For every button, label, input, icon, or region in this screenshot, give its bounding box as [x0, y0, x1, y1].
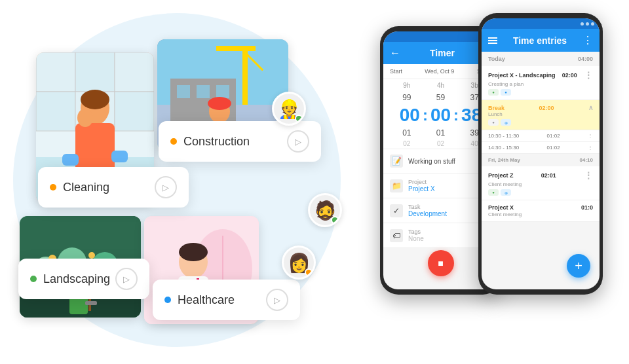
- time-range-2: 14:30 - 15:30 01:02 ⋮: [482, 142, 600, 154]
- entries-title: Time entries: [513, 35, 567, 46]
- today-total: 04:00: [578, 56, 593, 62]
- project-field-label: Project: [408, 179, 435, 185]
- today-section-label: Today 04:00: [482, 52, 600, 66]
- right-section: ← Timer ⋮ Start Wed, Oct 9 14:00 9h 4h 3…: [367, 0, 629, 364]
- timer-date: Wed, Oct 9: [425, 68, 454, 75]
- entry1-tag-blue: ●: [501, 89, 511, 96]
- entry-3[interactable]: Project X 01:0 Client meeting: [482, 200, 600, 222]
- task-field-value: Development: [408, 210, 447, 217]
- col-s: 3b: [471, 82, 478, 89]
- task-icon: ✓: [390, 204, 403, 217]
- entry-2[interactable]: Project Z 02:01 ⋮ Client meeting ● ⊕: [482, 166, 600, 200]
- construction-play-button[interactable]: ▷: [287, 130, 309, 153]
- entry3-time: 01:0: [581, 204, 593, 211]
- range1-label: 10:30 - 11:30: [488, 133, 519, 139]
- cleaning-dot: [50, 184, 56, 191]
- svg-rect-22: [216, 85, 229, 98]
- status-bar-2: [482, 18, 600, 29]
- entry2-dots[interactable]: ⋮: [584, 170, 593, 181]
- svg-rect-42: [85, 301, 97, 305]
- avatar-1: 👷: [272, 92, 306, 126]
- svg-rect-3: [75, 52, 115, 92]
- healthcare-play-button[interactable]: ▷: [266, 289, 288, 311]
- healthcare-dot: [164, 297, 171, 303]
- avatar-2-online-dot: [331, 216, 339, 224]
- svg-point-36: [88, 252, 95, 259]
- cleaning-play-button[interactable]: ▷: [155, 176, 177, 198]
- entry1-dots[interactable]: ⋮: [584, 70, 593, 81]
- svg-rect-7: [115, 92, 154, 131]
- svg-rect-4: [115, 52, 154, 92]
- range1-dots[interactable]: ⋮: [588, 133, 593, 139]
- tags-icon: 🏷: [390, 229, 403, 242]
- construction-label: Construction: [183, 135, 250, 149]
- timer-title: Timer: [430, 48, 455, 58]
- svg-rect-12: [62, 154, 79, 166]
- col-h: 9h: [403, 82, 410, 89]
- project-field-value: Project X: [408, 185, 435, 192]
- timer-hours: 00: [400, 106, 420, 124]
- friday-section-label: Fri, 24th May 04:10: [482, 154, 600, 166]
- col-m: 4h: [437, 82, 444, 89]
- entry-1[interactable]: Project X - Landscaping 02:00 ⋮ Creating…: [482, 66, 600, 100]
- category-card-healthcare[interactable]: Healthcare ▷: [153, 280, 300, 320]
- landscaping-label: Landscaping: [43, 272, 110, 286]
- category-card-construction[interactable]: Construction ▷: [159, 121, 321, 162]
- phone-entries-screen: Time entries ⋮ Today 04:00 Project X - L…: [482, 18, 600, 289]
- timer-start-label: Start: [390, 68, 402, 75]
- range1-time: 01:02: [547, 133, 560, 139]
- cleaning-label: Cleaning: [63, 181, 109, 194]
- svg-rect-17: [216, 46, 256, 51]
- svg-rect-26: [210, 103, 229, 107]
- landscaping-dot: [30, 276, 37, 282]
- task-field-label: Task: [408, 204, 447, 210]
- entry3-project: Project X: [488, 204, 514, 211]
- working-on-icon: 📝: [390, 155, 403, 168]
- range2-dots[interactable]: ⋮: [588, 145, 593, 151]
- avatar-3-status-dot: [305, 268, 313, 276]
- entry1-time: 02:00: [562, 72, 577, 79]
- avatar-2: 🧔: [308, 193, 342, 227]
- break-entry[interactable]: Break 02:00 ∧ Lunch ● ⊕: [482, 100, 600, 130]
- svg-rect-2: [36, 52, 75, 92]
- break-time: 02:00: [539, 105, 554, 111]
- landscaping-play-button[interactable]: ▷: [115, 268, 138, 290]
- left-section: Construction ▷ Cleaning ▷ Landscaping ▷ …: [0, 0, 367, 364]
- working-on-text: Working on stuff: [408, 158, 455, 165]
- tags-field-label: Tags: [408, 228, 424, 235]
- svg-point-11: [81, 90, 109, 109]
- category-card-cleaning[interactable]: Cleaning ▷: [38, 167, 189, 208]
- phone-time-entries: Time entries ⋮ Today 04:00 Project X - L…: [478, 13, 603, 295]
- timer-minutes: 00: [430, 106, 451, 124]
- avatar-3: 👩: [282, 246, 316, 280]
- svg-point-48: [179, 243, 208, 261]
- svg-rect-5: [36, 92, 75, 131]
- construction-dot: [170, 138, 177, 145]
- tags-field-value: None: [408, 235, 424, 242]
- entry2-time: 02:01: [541, 172, 556, 179]
- svg-rect-13: [111, 151, 128, 162]
- project-icon: 📁: [390, 179, 403, 192]
- time-range-1: 10:30 - 11:30 01:02 ⋮: [482, 130, 600, 142]
- healthcare-label: Healthcare: [178, 293, 235, 307]
- hamburger-icon[interactable]: [488, 37, 497, 44]
- fab-add-button[interactable]: +: [567, 254, 590, 278]
- today-label: Today: [488, 56, 505, 62]
- entry2-tag2: ⊕: [501, 189, 511, 196]
- entry1-tag-green: ●: [488, 89, 499, 96]
- back-arrow-icon[interactable]: ←: [390, 47, 400, 59]
- range2-label: 14:30 - 15:30: [488, 145, 519, 151]
- break-tag2: ⊕: [501, 119, 511, 126]
- stop-button[interactable]: ■: [428, 250, 454, 276]
- break-sub: Lunch: [488, 111, 593, 117]
- entries-header: Time entries ⋮: [482, 29, 600, 52]
- svg-rect-20: [177, 85, 190, 98]
- svg-rect-21: [197, 85, 210, 98]
- category-card-landscaping[interactable]: Landscaping ▷: [18, 259, 149, 299]
- break-expand-icon[interactable]: ∧: [588, 104, 593, 111]
- break-label: Break: [488, 105, 505, 111]
- entries-more-icon[interactable]: ⋮: [582, 34, 593, 46]
- friday-total: 04:10: [580, 157, 593, 163]
- entry1-sub: Creating a plan: [488, 81, 593, 87]
- avatar-1-online-dot: [295, 115, 303, 122]
